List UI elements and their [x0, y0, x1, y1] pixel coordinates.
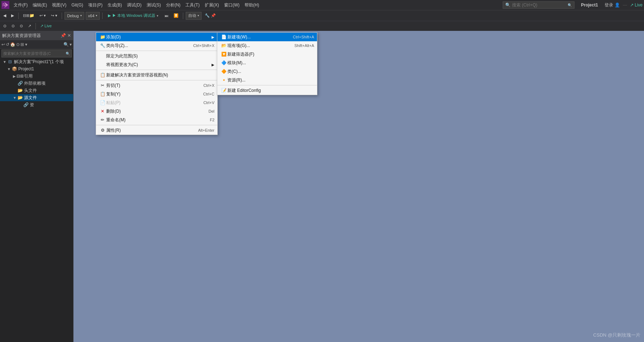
- ctx-properties[interactable]: ⚙ 属性(R) Alt+Enter: [96, 126, 217, 135]
- ctx-copy[interactable]: 📋 复制(Y) Ctrl+C: [96, 90, 217, 98]
- live-icon[interactable]: ↗ Live: [38, 23, 53, 29]
- external-deps-label: 外部依赖项: [24, 80, 46, 86]
- separator-t2-1: [35, 23, 36, 29]
- dropdown-arrow-platform: ▾: [96, 14, 97, 17]
- submenu-module-label: 模块(M)...: [227, 60, 314, 66]
- rename-icon: ✏: [99, 117, 106, 122]
- menu-tools[interactable]: 工具(T): [183, 1, 202, 9]
- menu-build[interactable]: 生成(B): [105, 1, 124, 9]
- ctx-limit-scope[interactable]: 限定为此范围(S): [96, 52, 217, 60]
- separator-3: [102, 13, 103, 19]
- run-button[interactable]: ▶ ▶ 本地 Windows 调试器 ▾: [105, 12, 161, 19]
- references-node[interactable]: ▶ ⊟⊞ 引用: [0, 72, 73, 80]
- source-sub-node[interactable]: 🔗 资: [0, 101, 73, 108]
- source-files-label: 源文件: [24, 95, 37, 101]
- menu-test[interactable]: 测试(S): [145, 1, 163, 9]
- ctx-paste[interactable]: 📄 粘贴(P) Ctrl+V: [96, 98, 217, 107]
- ctx-rename[interactable]: ✏ 重命名(M) F2: [96, 116, 217, 124]
- menu-project[interactable]: 项目(P): [86, 1, 105, 9]
- separator-4: [183, 13, 183, 19]
- auto-dropdown[interactable]: 自动 ▾: [186, 12, 202, 20]
- menu-help[interactable]: 帮助(H): [242, 1, 261, 9]
- ctx-class-wizard[interactable]: 🔧 类向导(Z)... Ctrl+Shift+X: [96, 41, 217, 50]
- watermark: CSDN @只剩玫瑰一片: [593, 332, 640, 338]
- ctx-change-view-label: 将视图更改为(C): [106, 62, 157, 68]
- toolbar2-btn3[interactable]: ⊙: [18, 23, 25, 29]
- ctx-delete[interactable]: ✕ 删除(D) Del: [96, 107, 217, 116]
- menu-analyze[interactable]: 分析(N): [164, 1, 183, 9]
- panel-search-icon[interactable]: 🔍: [63, 42, 69, 47]
- redo-button[interactable]: ↪ ▾: [49, 13, 59, 19]
- solution-search-box[interactable]: 🔍: [1, 50, 72, 57]
- source-sub-icon: 🔗: [23, 102, 29, 108]
- debug-mode-dropdown[interactable]: Debug ▾: [65, 12, 84, 20]
- solution-root[interactable]: ▼ ⊟ 解决方案"Project1"(1 个项: [0, 58, 73, 65]
- menu-edit[interactable]: 编辑(E): [30, 1, 49, 9]
- submenu-new-item[interactable]: 📄 新建项(W)... Ctrl+Shift+A: [217, 33, 317, 41]
- panel-tb-btn4[interactable]: ⊙: [16, 42, 20, 47]
- menu-extensions[interactable]: 扩展(X): [203, 1, 221, 9]
- platform-dropdown[interactable]: x64 ▾: [86, 12, 100, 20]
- class-wizard-icon: 🔧: [99, 43, 106, 48]
- global-search-input[interactable]: [512, 3, 568, 8]
- submenu-new-filter[interactable]: 🔽 新建筛选器(F): [217, 50, 317, 58]
- menu-debug[interactable]: 调试(D): [125, 1, 144, 9]
- submenu-editorconfig[interactable]: 📝 新建 EditorConfig: [217, 86, 317, 95]
- source-files-node[interactable]: ▼ 📂 源文件: [0, 94, 73, 101]
- pin-icon[interactable]: 📌: [61, 33, 66, 38]
- toolbar2-btn2[interactable]: ⊙: [10, 23, 16, 29]
- forward-button[interactable]: ▶: [9, 13, 16, 19]
- solution-search-input[interactable]: [3, 51, 66, 56]
- live-share-button[interactable]: ↗ Live: [630, 3, 643, 8]
- close-panel-icon[interactable]: ✕: [67, 33, 71, 38]
- panel-tb-btn2[interactable]: ↺: [6, 42, 9, 47]
- panel-tb-btn1[interactable]: ↩: [1, 42, 5, 47]
- toolbar-extra[interactable]: 🔧 📌: [203, 13, 218, 19]
- toolbar-2: ⊙ ⊙ ⊙ ↗ ↗ Live: [0, 21, 644, 31]
- submenu-new-filter-label: 新建筛选器(F): [227, 51, 314, 57]
- source-files-icon: 📂: [17, 95, 23, 100]
- solution-actions[interactable]: ⊟⊞📁: [21, 13, 36, 19]
- global-search-box[interactable]: 🔍 🔍: [503, 1, 574, 9]
- submenu-resource[interactable]: 🔸 资源(R)...: [217, 76, 317, 84]
- ctx-properties-shortcut: Alt+Enter: [198, 128, 214, 132]
- ctx-change-view[interactable]: 将视图更改为(C) ▶: [96, 60, 217, 69]
- solution-search-btn[interactable]: 🔍: [66, 52, 70, 56]
- panel-filter-icon[interactable]: ▾: [70, 42, 72, 47]
- panel-tb-btn3[interactable]: 🏠: [10, 42, 15, 47]
- undo-button[interactable]: ↩ ▾: [38, 13, 48, 19]
- submenu-module[interactable]: 🔷 模块(M)...: [217, 58, 317, 67]
- submenu-resource-label: 资源(R)...: [227, 77, 314, 83]
- login-button[interactable]: 登录: [605, 2, 613, 8]
- submenu-class[interactable]: 🔶 类(C)...: [217, 67, 317, 76]
- menu-view[interactable]: 视图(V): [50, 1, 68, 9]
- ctx-sep-4: [96, 125, 217, 125]
- header-files-node[interactable]: 📂 头文件: [0, 87, 73, 94]
- back-button[interactable]: ◀: [1, 13, 8, 19]
- ctx-add[interactable]: 📁 添加(D) ▶: [96, 33, 217, 41]
- submenu-editorconfig-label: 新建 EditorConfig: [227, 88, 314, 94]
- submenu-sep-1: [217, 85, 317, 85]
- profile-icon[interactable]: 👤: [615, 3, 620, 8]
- ctx-cut[interactable]: ✂ 剪切(T) Ctrl+X: [96, 81, 217, 90]
- submenu-existing-shortcut: Shift+Alt+A: [294, 43, 314, 48]
- toolbar2-btn4[interactable]: ↗: [26, 23, 33, 29]
- ctx-paste-shortcut: Ctrl+V: [203, 100, 214, 105]
- header-files-icon: 📂: [17, 88, 23, 93]
- toolbar2-btn1[interactable]: ⊙: [1, 23, 8, 29]
- menu-file[interactable]: 文件(F): [11, 1, 30, 9]
- panel-tb-btn5[interactable]: ⊞ ▾: [20, 42, 27, 47]
- step-over[interactable]: ⏭: [163, 13, 170, 19]
- run-dropdown-arrow[interactable]: ▾: [157, 14, 158, 18]
- external-deps-node[interactable]: 🔗 外部依赖项: [0, 80, 73, 87]
- paste-icon: 📄: [99, 100, 106, 105]
- submenu-existing-item[interactable]: 📂 现有项(G)... Shift+Alt+A: [217, 41, 317, 50]
- ctx-paste-label: 粘贴(P): [106, 100, 196, 106]
- ctx-new-solution-view[interactable]: 📋 新建解决方案资源管理器视图(N): [96, 71, 217, 79]
- project-node[interactable]: ▼ 📦 Project1: [0, 65, 73, 72]
- step-into[interactable]: ⏬: [172, 13, 180, 19]
- menu-window[interactable]: 窗口(W): [222, 1, 242, 9]
- ctx-rename-shortcut: F2: [210, 118, 214, 122]
- menu-git[interactable]: Git(G): [69, 2, 85, 8]
- submenu-new-item-label: 新建项(W)...: [227, 34, 286, 40]
